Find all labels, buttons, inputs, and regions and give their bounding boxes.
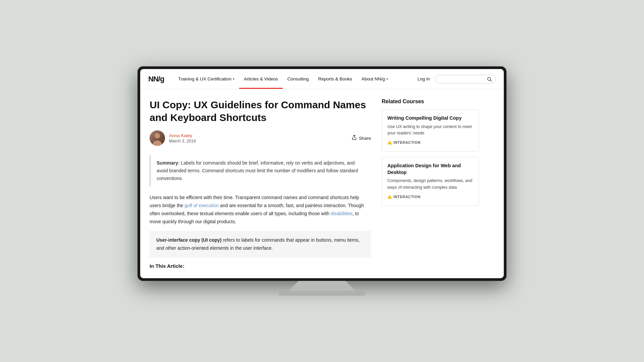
summary-text: Labels for commands should be brief, inf… [157,160,358,181]
search-input[interactable] [440,76,485,81]
svg-line-1 [490,80,492,81]
nav-links: Training & UX Certification ▾ Articles &… [173,69,417,89]
login-button[interactable]: Log In [417,76,430,81]
monitor-stand-neck [288,281,356,291]
nav-item-about[interactable]: About NN/g ▾ [357,69,393,89]
author-info: Anna Kaley March 3, 2019 [150,130,196,146]
article-body: UI Copy: UX Guidelines for Command Names… [150,99,371,269]
search-icon [487,76,492,82]
chevron-down-icon: ▾ [233,77,234,81]
interaction-icon-1 [387,140,392,144]
summary-label: Summary: [157,160,179,166]
summary-block: Summary: Labels for commands should be b… [150,155,371,186]
share-button[interactable]: Share [352,135,371,141]
course-card-2[interactable]: Application Design for Web and Desktop C… [382,157,479,206]
gulf-link[interactable]: gulf of execution [184,203,219,208]
course-badge-1: INTERACTION [387,140,421,144]
in-this-article-heading: In This Article: [150,263,371,269]
nav-item-reports[interactable]: Reports & Books [314,69,357,89]
course-badge-2: INTERACTION [387,195,421,199]
body-paragraph-1: Users want to be efficient with their ti… [150,194,371,226]
avatar-image [150,130,165,146]
nav-right: Log In [417,75,496,83]
related-courses-title: Related Courses [382,99,479,105]
course-title-1: Writing Compelling Digital Copy [387,115,473,122]
interaction-icon-2 [387,195,392,199]
course-card-1[interactable]: Writing Compelling Digital Copy Use UX w… [382,109,479,152]
course-desc-2: Components, design patterns, workflows, … [387,178,473,191]
share-label: Share [359,136,371,141]
nav-item-consulting[interactable]: Consulting [283,69,314,89]
author-row: Anna Kaley March 3, 2019 [150,130,371,146]
search-button[interactable] [487,76,492,82]
share-icon [352,135,357,141]
article-title: UI Copy: UX Guidelines for Command Names… [150,99,371,124]
blockquote-bold: User-interface copy (UI copy) [156,237,222,243]
disabilities-link[interactable]: disabilities [331,211,353,216]
site-logo[interactable]: NN/g [148,75,164,83]
sidebar: Related Courses Writing Compelling Digit… [382,99,479,269]
avatar [150,130,165,146]
main-content: UI Copy: UX Guidelines for Command Names… [140,89,504,276]
author-name[interactable]: Anna Kaley [169,133,196,138]
blockquote: User-interface copy (UI copy) refers to … [150,231,371,258]
chevron-down-icon: ▾ [386,77,388,81]
course-desc-1: Use UX writing to shape your content to … [387,124,473,137]
nav-item-training[interactable]: Training & UX Certification ▾ [173,69,239,89]
monitor-stand-base [278,291,366,296]
navigation: NN/g Training & UX Certification ▾ Artic… [140,69,504,89]
course-title-2: Application Design for Web and Desktop [387,163,473,176]
author-details: Anna Kaley March 3, 2019 [169,133,196,143]
search-box [435,75,496,83]
nav-item-articles[interactable]: Articles & Videos [239,69,283,89]
author-date: March 3, 2019 [169,139,196,143]
